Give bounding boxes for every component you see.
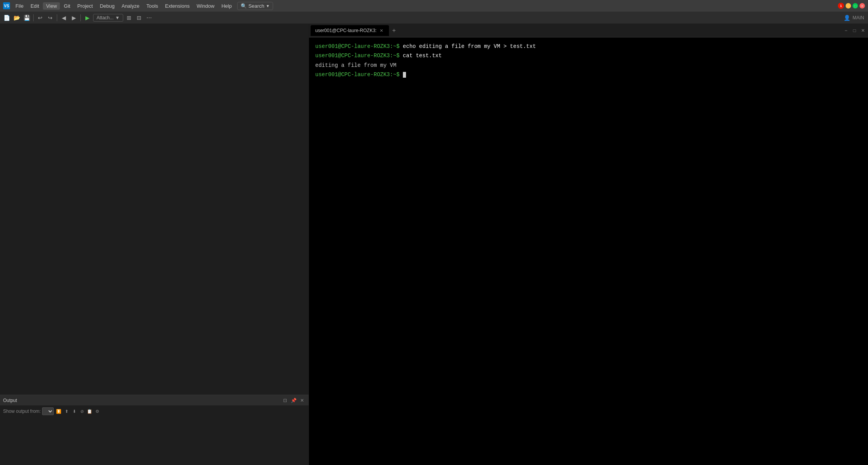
toolbar-back-btn[interactable]: ◀ bbox=[59, 14, 68, 22]
window-minimize-btn[interactable]: − bbox=[846, 3, 851, 9]
output-header: Output ⊡ 📌 ✕ bbox=[0, 395, 309, 406]
ide-editor-area[interactable] bbox=[0, 24, 309, 395]
output-content bbox=[0, 417, 309, 465]
output-scroll-down-btn[interactable]: ⬇ bbox=[71, 408, 78, 415]
toolbar-grid-btn[interactable]: ⊞ bbox=[125, 14, 133, 22]
menu-extensions[interactable]: Extensions bbox=[162, 2, 193, 10]
title-bar-left: VS File Edit View Git Project Debug Anal… bbox=[3, 2, 273, 10]
show-output-from: Show output from: ⏬ ⬆ ⬇ ⊘ 📋 ⚙ bbox=[0, 406, 309, 417]
terminal-content[interactable]: user001@CPC-laure-ROZK3:~$ echo editing … bbox=[309, 37, 868, 465]
main-label: MAIN bbox=[853, 15, 864, 20]
terminal-panel: user001@CPC-laure-ROZK3: ✕ + − □ ✕ user0… bbox=[309, 24, 868, 465]
output-scroll-up-btn[interactable]: ⬆ bbox=[63, 408, 70, 415]
search-dropdown-icon: ▼ bbox=[266, 4, 270, 8]
ide-panel: Output ⊡ 📌 ✕ Show output from: ⏬ ⬆ ⬇ ⊘ 📋 bbox=[0, 24, 309, 465]
menu-view[interactable]: View bbox=[43, 2, 60, 10]
output-copy-btn[interactable]: 📋 bbox=[86, 408, 93, 415]
menu-help[interactable]: Help bbox=[218, 2, 235, 10]
search-icon: 🔍 bbox=[241, 3, 247, 9]
output-pin-btn[interactable]: 📌 bbox=[290, 397, 297, 404]
terminal-line-1: user001@CPC-laure-ROZK3:~$ echo editing … bbox=[315, 42, 862, 51]
output-scroll-end-btn[interactable]: ⏬ bbox=[55, 408, 62, 415]
terminal-tab-add-btn[interactable]: + bbox=[390, 26, 398, 35]
output-close-btn[interactable]: ✕ bbox=[299, 397, 306, 404]
toolbar-forward-btn[interactable]: ▶ bbox=[70, 14, 78, 22]
title-bar: VS File Edit View Git Project Debug Anal… bbox=[0, 0, 868, 12]
output-float-btn[interactable]: ⊡ bbox=[282, 397, 289, 404]
output-toolbar-inline: ⏬ ⬆ ⬇ ⊘ 📋 ⚙ bbox=[55, 408, 101, 415]
toolbar-sep-3 bbox=[80, 14, 81, 21]
menu-bar: File Edit View Git Project Debug Analyze… bbox=[12, 2, 235, 10]
terminal-tab-bar: user001@CPC-laure-ROZK3: ✕ + − □ ✕ bbox=[309, 24, 868, 37]
toolbar-new-btn[interactable]: 📄 bbox=[2, 14, 11, 22]
attach-label: Attach... bbox=[97, 15, 114, 20]
terminal-restore-btn[interactable]: □ bbox=[851, 27, 858, 34]
terminal-line-2: user001@CPC-laure-ROZK3:~$ cat test.txt bbox=[315, 51, 862, 60]
toolbar-sep-2 bbox=[57, 14, 57, 21]
terminal-close-btn[interactable]: ✕ bbox=[860, 27, 866, 34]
show-output-select[interactable] bbox=[42, 407, 54, 415]
terminal-minimize-btn[interactable]: − bbox=[843, 27, 849, 34]
menu-window[interactable]: Window bbox=[194, 2, 217, 10]
output-settings-btn[interactable]: ⚙ bbox=[94, 408, 101, 415]
search-label: Search bbox=[248, 3, 264, 9]
toolbar: 📄 📂 💾 ↩ ↪ ◀ ▶ ▶ Attach... ▼ ⊞ ⊟ ⋯ 👤 MAIN bbox=[0, 12, 868, 24]
terminal-prompt-4: user001@CPC-laure-ROZK3:~$ bbox=[315, 72, 399, 78]
terminal-tab-label: user001@CPC-laure-ROZK3: bbox=[315, 28, 377, 33]
menu-project[interactable]: Project bbox=[74, 2, 96, 10]
menu-git[interactable]: Git bbox=[61, 2, 73, 10]
search-bar[interactable]: 🔍 Search ▼ bbox=[237, 2, 273, 10]
output-title: Output bbox=[3, 398, 17, 403]
show-output-from-label: Show output from: bbox=[3, 409, 41, 414]
title-bar-right: 1 − □ ✕ bbox=[838, 3, 865, 9]
terminal-tab-close-btn[interactable]: ✕ bbox=[379, 28, 384, 33]
output-panel: Output ⊡ 📌 ✕ Show output from: ⏬ ⬆ ⬇ ⊘ 📋 bbox=[0, 395, 309, 465]
toolbar-user-icon[interactable]: 👤 bbox=[843, 14, 851, 22]
terminal-command-2: cat test.txt bbox=[403, 53, 442, 59]
toolbar-redo-btn[interactable]: ↪ bbox=[46, 14, 54, 22]
terminal-line-3: editing a file from my VM bbox=[315, 61, 862, 70]
menu-debug[interactable]: Debug bbox=[97, 2, 117, 10]
menu-analyze[interactable]: Analyze bbox=[119, 2, 143, 10]
main-content: Output ⊡ 📌 ✕ Show output from: ⏬ ⬆ ⬇ ⊘ 📋 bbox=[0, 24, 868, 465]
menu-edit[interactable]: Edit bbox=[27, 2, 42, 10]
window-close-btn[interactable]: ✕ bbox=[860, 3, 865, 9]
terminal-command-1: echo editing a file from my VM > test.tx… bbox=[403, 43, 536, 49]
output-toolbar: ⊡ 📌 ✕ bbox=[282, 397, 306, 404]
toolbar-save-btn[interactable]: 💾 bbox=[22, 14, 31, 22]
terminal-line-4: user001@CPC-laure-ROZK3:~$ bbox=[315, 70, 862, 79]
menu-file[interactable]: File bbox=[12, 2, 27, 10]
toolbar-open-btn[interactable]: 📂 bbox=[12, 14, 21, 22]
toolbar-undo-btn[interactable]: ↩ bbox=[36, 14, 44, 22]
toolbar-layout-btn[interactable]: ⊟ bbox=[135, 14, 143, 22]
toolbar-more-btn[interactable]: ⋯ bbox=[145, 14, 153, 22]
notification-badge: 1 bbox=[838, 3, 844, 9]
app-icon: VS bbox=[3, 2, 10, 9]
terminal-cursor bbox=[403, 72, 406, 78]
output-clear-btn[interactable]: ⊘ bbox=[78, 408, 85, 415]
attach-dropdown-icon: ▼ bbox=[115, 15, 120, 20]
terminal-tab[interactable]: user001@CPC-laure-ROZK3: ✕ bbox=[311, 25, 389, 36]
terminal-prompt-1: user001@CPC-laure-ROZK3:~$ bbox=[315, 43, 399, 49]
toolbar-attach-btn[interactable]: Attach... ▼ bbox=[93, 14, 123, 22]
terminal-prompt-2: user001@CPC-laure-ROZK3:~$ bbox=[315, 53, 399, 59]
terminal-output-3: editing a file from my VM bbox=[315, 62, 396, 68]
menu-tools[interactable]: Tools bbox=[143, 2, 161, 10]
toolbar-sep-1 bbox=[33, 14, 34, 21]
toolbar-run-btn[interactable]: ▶ bbox=[83, 14, 92, 22]
terminal-window-controls: − □ ✕ bbox=[843, 27, 866, 34]
window-maximize-btn[interactable]: □ bbox=[853, 3, 858, 9]
